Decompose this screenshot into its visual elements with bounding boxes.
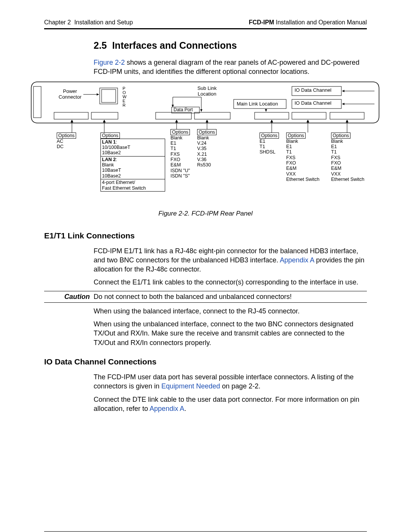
options-header: Options <box>57 133 76 139</box>
svg-rect-8 <box>292 112 326 119</box>
header-title: Installation and Setup <box>74 19 133 26</box>
page-header: Chapter 2 Installation and Setup FCD-IPM… <box>44 19 367 26</box>
svg-marker-34 <box>206 120 208 122</box>
svg-rect-4 <box>91 112 118 119</box>
options-header: Options <box>331 133 350 139</box>
figure-rear-panel: PowerConnector POWER Sub LinkLocation Ma… <box>28 81 383 199</box>
header-manual-title: Installation and Operation Manual <box>274 19 367 26</box>
header-chapter: Chapter 2 <box>44 19 71 26</box>
options-col-7: Options BlankE1T1FXSFXOE&MVXXEthernet Sw… <box>331 133 374 182</box>
link-equipment-needed[interactable]: Equipment Needed <box>161 382 220 390</box>
header-right: FCD-IPM Installation and Operation Manua… <box>249 19 367 26</box>
paragraph: Connect the E1/T1 link cables to the con… <box>94 278 367 287</box>
figure-caption: Figure 2-2. FCD-IPM Rear Panel <box>44 210 367 217</box>
options-header: Options <box>286 133 306 139</box>
options-list: E1T1SHDSL <box>260 139 283 155</box>
svg-marker-40 <box>346 120 348 122</box>
paragraph: When using the unbalanced interface, con… <box>94 320 367 347</box>
svg-marker-36 <box>271 120 273 122</box>
options-col-4: Options BlankV.24V.35X.21V.36Rs530 <box>197 129 223 168</box>
svg-rect-0 <box>33 86 41 118</box>
caution-label: Caution <box>44 293 90 301</box>
options-col-2: Options LAN 1: 10/100BaseT 10Base2 LAN 2… <box>100 133 165 192</box>
label-data-port: Data Port <box>174 107 193 113</box>
options-header: Options <box>260 133 279 139</box>
options-group: LAN 1: 10/100BaseT 10Base2 <box>100 139 165 157</box>
section-name: Interfaces and Connections <box>112 40 237 51</box>
section-number: 2.5 <box>94 40 107 51</box>
svg-marker-30 <box>103 120 105 122</box>
label-io-channel-1: IO Data Channel <box>295 88 331 93</box>
subheading-io: IO Data Channel Connections <box>44 357 367 366</box>
svg-marker-19 <box>342 103 344 105</box>
svg-marker-24 <box>172 105 174 107</box>
options-group: LAN 2: Blank 10BaseT 10Base2 <box>100 157 165 180</box>
intro-paragraph: Figure 2-2 shows a general diagram of th… <box>94 58 367 77</box>
paragraph: FCD-IPM E1/T1 link has a RJ-48c eight-pi… <box>94 246 367 274</box>
header-left: Chapter 2 Installation and Setup <box>44 19 133 26</box>
label-main-link: Main Link Location <box>237 101 278 107</box>
options-list: ACDC <box>57 139 83 150</box>
svg-marker-21 <box>200 109 202 112</box>
svg-rect-1 <box>100 88 118 104</box>
svg-marker-26 <box>265 109 267 112</box>
options-col-5: Options E1T1SHDSL <box>260 133 283 155</box>
caution-text: Do not connect to both the balanced and … <box>94 293 292 301</box>
svg-marker-38 <box>307 120 309 122</box>
svg-marker-32 <box>175 120 178 122</box>
options-group: 4-port Ethernet/ Fast Ethernet Switch <box>100 179 165 192</box>
paragraph: Connect the DTE link cable to the user d… <box>94 395 367 414</box>
label-power-connector: PowerConnector <box>57 89 83 100</box>
link-appendix-a[interactable]: Appendix A <box>280 256 314 264</box>
label-io-channel-2: IO Data Channel <box>295 101 331 106</box>
options-header: Options <box>100 133 120 139</box>
section-title: 2.5 Interfaces and Connections <box>94 40 367 51</box>
intro-text: shows a general diagram of the rear pane… <box>94 59 359 75</box>
svg-marker-28 <box>71 120 73 122</box>
subheading-e1t1: E1/T1 Link Connections <box>44 231 367 240</box>
link-appendix-a[interactable]: Appendix A <box>150 405 184 412</box>
svg-rect-6 <box>194 112 230 119</box>
svg-rect-5 <box>156 112 191 119</box>
options-col-1: Options ACDC <box>57 133 83 150</box>
paragraph: The FCD-IPM user data port has several p… <box>94 372 367 391</box>
svg-marker-15 <box>97 93 99 96</box>
paragraph: When using the balanced interface, conne… <box>94 307 367 316</box>
options-list: BlankE1T1FXSFXOE&MVXXEthernet Switch <box>331 139 374 182</box>
options-list: BlankV.24V.35X.21V.36Rs530 <box>197 135 223 168</box>
options-col-6: Options BlankE1T1FXSFXOE&MVXXEthernet Sw… <box>286 133 329 182</box>
svg-rect-3 <box>54 112 88 119</box>
options-header: Options <box>170 129 190 135</box>
label-power-vertical: POWER <box>123 86 126 107</box>
options-list: BlankE1T1FXSFXOE&MVXXEthernet Switch <box>286 139 329 182</box>
svg-rect-7 <box>255 112 289 119</box>
header-product: FCD-IPM <box>249 19 274 26</box>
svg-marker-17 <box>342 90 344 92</box>
svg-rect-9 <box>330 112 364 119</box>
header-divider <box>44 28 367 29</box>
options-header: Options <box>197 129 217 135</box>
options-col-3: Options BlankE1T1FXSFXOE&MISDN "U"ISDN "… <box>170 129 196 179</box>
link-figure-2-2[interactable]: Figure 2-2 <box>94 59 125 66</box>
label-sub-link: Sub LinkLocation <box>190 86 224 97</box>
svg-rect-2 <box>102 89 116 102</box>
options-list: BlankE1T1FXSFXOE&MISDN "U"ISDN "S" <box>170 135 196 179</box>
caution-block: Caution Do not connect to both the balan… <box>44 291 367 303</box>
